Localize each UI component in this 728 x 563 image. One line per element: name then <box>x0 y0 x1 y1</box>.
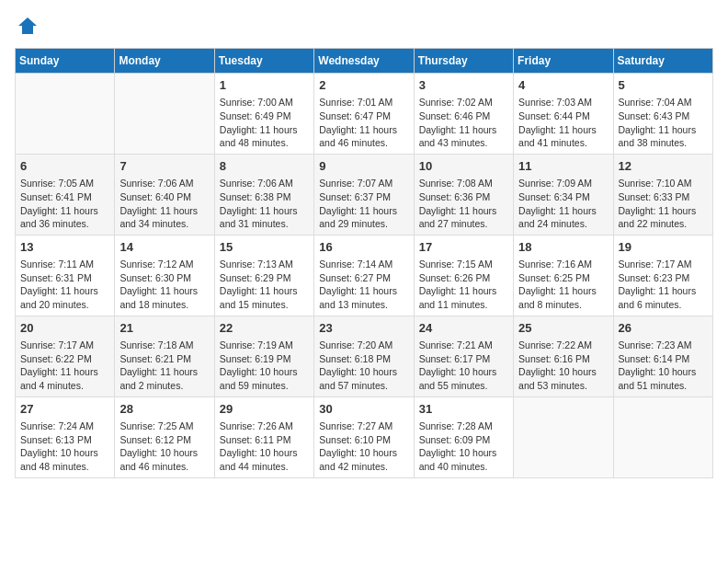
day-number: 17 <box>419 239 508 256</box>
day-info: Sunrise: 7:17 AMSunset: 6:22 PMDaylight:… <box>20 339 109 393</box>
day-number: 31 <box>419 401 508 418</box>
day-number: 28 <box>119 401 209 418</box>
day-info: Sunrise: 7:01 AMSunset: 6:47 PMDaylight:… <box>319 96 408 150</box>
calendar-cell: 15Sunrise: 7:13 AMSunset: 6:29 PMDayligh… <box>214 235 313 316</box>
day-info: Sunrise: 7:03 AMSunset: 6:44 PMDaylight:… <box>518 96 608 150</box>
weekday-header-monday: Monday <box>115 49 214 74</box>
day-number: 1 <box>220 77 309 94</box>
logo <box>15 15 39 37</box>
day-info: Sunrise: 7:13 AMSunset: 6:29 PMDaylight:… <box>220 258 309 312</box>
day-info: Sunrise: 7:06 AMSunset: 6:38 PMDaylight:… <box>220 177 309 231</box>
svg-marker-0 <box>18 17 37 34</box>
day-number: 5 <box>619 77 708 94</box>
calendar-cell: 25Sunrise: 7:22 AMSunset: 6:16 PMDayligh… <box>514 316 613 396</box>
day-number: 9 <box>319 158 408 175</box>
calendar-cell: 23Sunrise: 7:20 AMSunset: 6:18 PMDayligh… <box>314 316 414 396</box>
day-number: 27 <box>20 401 109 418</box>
day-info: Sunrise: 7:21 AMSunset: 6:17 PMDaylight:… <box>419 339 508 393</box>
weekday-header-friday: Friday <box>514 49 613 74</box>
calendar-cell: 7Sunrise: 7:06 AMSunset: 6:40 PMDaylight… <box>115 154 214 235</box>
calendar-cell: 9Sunrise: 7:07 AMSunset: 6:37 PMDaylight… <box>314 154 414 235</box>
day-info: Sunrise: 7:22 AMSunset: 6:16 PMDaylight:… <box>518 339 608 393</box>
day-info: Sunrise: 7:10 AMSunset: 6:33 PMDaylight:… <box>619 177 708 231</box>
calendar-week-1: 1Sunrise: 7:00 AMSunset: 6:49 PMDaylight… <box>16 74 713 155</box>
calendar-cell: 31Sunrise: 7:28 AMSunset: 6:09 PMDayligh… <box>414 396 513 477</box>
day-number: 25 <box>518 320 608 337</box>
calendar-cell <box>613 396 712 477</box>
day-info: Sunrise: 7:11 AMSunset: 6:31 PMDaylight:… <box>20 258 109 312</box>
day-info: Sunrise: 7:09 AMSunset: 6:34 PMDaylight:… <box>518 177 608 231</box>
day-number: 23 <box>319 320 408 337</box>
day-number: 11 <box>518 158 608 175</box>
day-info: Sunrise: 7:23 AMSunset: 6:14 PMDaylight:… <box>619 339 708 393</box>
day-info: Sunrise: 7:04 AMSunset: 6:43 PMDaylight:… <box>619 96 708 150</box>
weekday-header-row: SundayMondayTuesdayWednesdayThursdayFrid… <box>16 49 713 74</box>
calendar-cell <box>16 74 115 155</box>
day-number: 30 <box>319 401 408 418</box>
calendar-cell: 2Sunrise: 7:01 AMSunset: 6:47 PMDaylight… <box>314 74 414 155</box>
calendar-cell: 18Sunrise: 7:16 AMSunset: 6:25 PMDayligh… <box>514 235 613 316</box>
calendar-cell: 5Sunrise: 7:04 AMSunset: 6:43 PMDaylight… <box>613 74 712 155</box>
day-info: Sunrise: 7:18 AMSunset: 6:21 PMDaylight:… <box>119 339 209 393</box>
day-number: 29 <box>220 401 309 418</box>
calendar-cell: 10Sunrise: 7:08 AMSunset: 6:36 PMDayligh… <box>414 154 513 235</box>
calendar-cell: 21Sunrise: 7:18 AMSunset: 6:21 PMDayligh… <box>115 316 214 396</box>
calendar-cell: 30Sunrise: 7:27 AMSunset: 6:10 PMDayligh… <box>314 396 414 477</box>
day-info: Sunrise: 7:26 AMSunset: 6:11 PMDaylight:… <box>220 419 309 474</box>
day-number: 16 <box>319 239 408 256</box>
day-number: 15 <box>220 239 309 256</box>
day-number: 19 <box>619 239 708 256</box>
day-info: Sunrise: 7:00 AMSunset: 6:49 PMDaylight:… <box>220 96 309 150</box>
day-info: Sunrise: 7:08 AMSunset: 6:36 PMDaylight:… <box>419 177 508 231</box>
day-number: 4 <box>518 77 608 94</box>
day-number: 22 <box>220 320 309 337</box>
calendar-cell: 13Sunrise: 7:11 AMSunset: 6:31 PMDayligh… <box>16 235 115 316</box>
day-info: Sunrise: 7:20 AMSunset: 6:18 PMDaylight:… <box>319 339 408 393</box>
weekday-header-tuesday: Tuesday <box>214 49 313 74</box>
calendar-cell: 27Sunrise: 7:24 AMSunset: 6:13 PMDayligh… <box>16 396 115 477</box>
day-number: 6 <box>20 158 109 175</box>
day-number: 14 <box>119 239 209 256</box>
day-info: Sunrise: 7:27 AMSunset: 6:10 PMDaylight:… <box>319 419 408 474</box>
calendar-cell: 11Sunrise: 7:09 AMSunset: 6:34 PMDayligh… <box>514 154 613 235</box>
day-number: 21 <box>119 320 209 337</box>
day-number: 13 <box>20 239 109 256</box>
calendar-week-4: 20Sunrise: 7:17 AMSunset: 6:22 PMDayligh… <box>16 316 713 396</box>
logo-icon <box>17 15 39 37</box>
calendar-cell: 17Sunrise: 7:15 AMSunset: 6:26 PMDayligh… <box>414 235 513 316</box>
calendar-cell: 4Sunrise: 7:03 AMSunset: 6:44 PMDaylight… <box>514 74 613 155</box>
day-number: 18 <box>518 239 608 256</box>
weekday-header-sunday: Sunday <box>16 49 115 74</box>
calendar-cell: 1Sunrise: 7:00 AMSunset: 6:49 PMDaylight… <box>214 74 313 155</box>
day-number: 12 <box>619 158 708 175</box>
page-header <box>15 15 713 37</box>
calendar-week-3: 13Sunrise: 7:11 AMSunset: 6:31 PMDayligh… <box>16 235 713 316</box>
calendar-cell: 29Sunrise: 7:26 AMSunset: 6:11 PMDayligh… <box>214 396 313 477</box>
day-info: Sunrise: 7:25 AMSunset: 6:12 PMDaylight:… <box>119 419 209 474</box>
calendar-cell: 3Sunrise: 7:02 AMSunset: 6:46 PMDaylight… <box>414 74 513 155</box>
day-number: 24 <box>419 320 508 337</box>
day-number: 20 <box>20 320 109 337</box>
day-number: 26 <box>619 320 708 337</box>
calendar-cell: 22Sunrise: 7:19 AMSunset: 6:19 PMDayligh… <box>214 316 313 396</box>
calendar-cell: 12Sunrise: 7:10 AMSunset: 6:33 PMDayligh… <box>613 154 712 235</box>
calendar-cell: 28Sunrise: 7:25 AMSunset: 6:12 PMDayligh… <box>115 396 214 477</box>
day-number: 10 <box>419 158 508 175</box>
calendar-week-2: 6Sunrise: 7:05 AMSunset: 6:41 PMDaylight… <box>16 154 713 235</box>
calendar-cell <box>115 74 214 155</box>
calendar-cell: 26Sunrise: 7:23 AMSunset: 6:14 PMDayligh… <box>613 316 712 396</box>
calendar-cell: 14Sunrise: 7:12 AMSunset: 6:30 PMDayligh… <box>115 235 214 316</box>
day-info: Sunrise: 7:06 AMSunset: 6:40 PMDaylight:… <box>119 177 209 231</box>
calendar-cell: 8Sunrise: 7:06 AMSunset: 6:38 PMDaylight… <box>214 154 313 235</box>
day-info: Sunrise: 7:24 AMSunset: 6:13 PMDaylight:… <box>20 419 109 474</box>
calendar-cell: 20Sunrise: 7:17 AMSunset: 6:22 PMDayligh… <box>16 316 115 396</box>
day-info: Sunrise: 7:12 AMSunset: 6:30 PMDaylight:… <box>119 258 209 312</box>
day-info: Sunrise: 7:17 AMSunset: 6:23 PMDaylight:… <box>619 258 708 312</box>
day-info: Sunrise: 7:14 AMSunset: 6:27 PMDaylight:… <box>319 258 408 312</box>
day-number: 3 <box>419 77 508 94</box>
calendar-cell <box>514 396 613 477</box>
calendar-cell: 24Sunrise: 7:21 AMSunset: 6:17 PMDayligh… <box>414 316 513 396</box>
calendar-table: SundayMondayTuesdayWednesdayThursdayFrid… <box>15 48 713 478</box>
day-info: Sunrise: 7:19 AMSunset: 6:19 PMDaylight:… <box>220 339 309 393</box>
day-info: Sunrise: 7:07 AMSunset: 6:37 PMDaylight:… <box>319 177 408 231</box>
